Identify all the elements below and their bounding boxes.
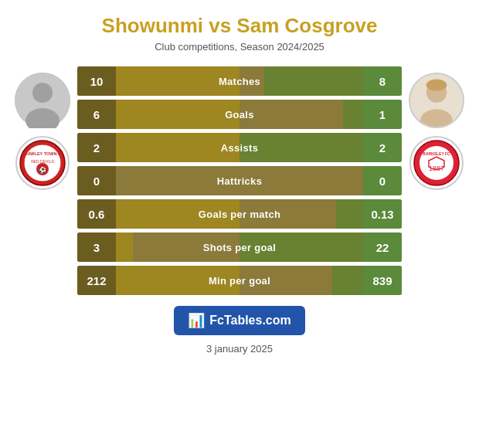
stat-label: Hattricks: [116, 175, 363, 187]
svg-point-1: [32, 83, 53, 103]
stat-row: 0.6Goals per match0.13: [77, 199, 402, 229]
date-footer: 3 january 2025: [206, 343, 273, 355]
stat-row: 10Matches8: [77, 66, 402, 96]
stat-row: 2Assists2: [77, 133, 402, 162]
stat-label: Assists: [116, 142, 363, 154]
comparison-subtitle: Club competitions, Season 2024/2025: [155, 41, 324, 53]
right-player-photos: BARNSLEY FC 1887: [402, 66, 471, 190]
stat-right-value: 22: [363, 232, 402, 262]
stat-label: Shots per goal: [116, 242, 363, 253]
left-player-photos: CRAWLEY TOWN FC RED DEVILS ⚽: [8, 66, 77, 190]
main-container: Showunmi vs Sam Cosgrove Club competitio…: [0, 0, 479, 448]
stat-left-value: 3: [77, 232, 116, 262]
stat-label: Goals per match: [116, 209, 363, 220]
stat-left-value: 2: [77, 133, 116, 162]
stat-right-value: 839: [363, 266, 402, 295]
stat-row: 6Goals1: [77, 100, 402, 129]
crawley-town-badge: CRAWLEY TOWN FC RED DEVILS ⚽: [15, 136, 70, 190]
cosgrove-photo: [409, 73, 464, 128]
chart-icon: 📊: [188, 312, 205, 329]
stats-column: 10Matches86Goals12Assists20Hattricks00.6…: [77, 66, 402, 295]
stat-left-value: 10: [77, 66, 116, 96]
svg-point-12: [426, 80, 447, 91]
showunmi-photo: [15, 73, 70, 128]
stat-row: 3Shots per goal22: [77, 232, 402, 262]
stat-label: Matches: [116, 76, 363, 87]
stat-right-value: 8: [363, 66, 402, 96]
stat-label: Goals: [116, 109, 363, 120]
stat-left-value: 0.6: [77, 199, 116, 229]
stat-left-value: 0: [77, 166, 116, 195]
stat-left-value: 212: [77, 266, 116, 295]
stat-left-value: 6: [77, 100, 116, 129]
svg-text:⚽: ⚽: [39, 166, 46, 174]
fctables-logo[interactable]: 📊 FcTables.com: [174, 306, 305, 335]
stat-label: Min per goal: [116, 275, 363, 287]
barnsley-badge: BARNSLEY FC 1887: [409, 136, 464, 190]
stat-row: 0Hattricks0: [77, 166, 402, 195]
fctables-label: FcTables.com: [209, 314, 291, 328]
stat-right-value: 1: [363, 100, 402, 129]
stat-right-value: 0: [363, 166, 402, 195]
stat-row: 212Min per goal839: [77, 266, 402, 295]
stat-right-value: 0.13: [363, 199, 402, 229]
comparison-title: Showunmi vs Sam Cosgrove: [102, 14, 378, 38]
svg-text:BARNSLEY FC: BARNSLEY FC: [423, 151, 450, 156]
svg-text:CRAWLEY TOWN FC: CRAWLEY TOWN FC: [22, 151, 64, 156]
stat-right-value: 2: [363, 133, 402, 162]
comparison-area: CRAWLEY TOWN FC RED DEVILS ⚽ 10Matches86…: [8, 66, 471, 295]
